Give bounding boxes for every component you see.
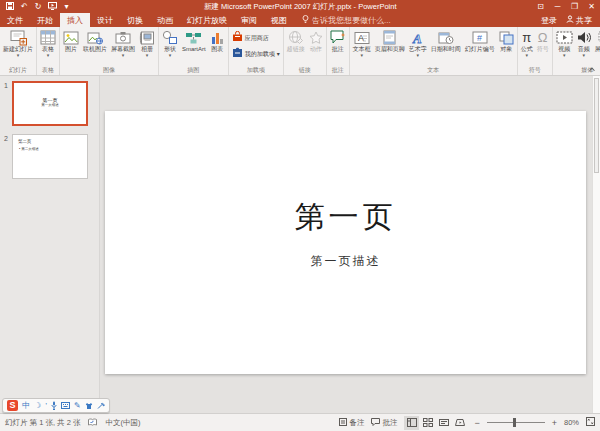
dropdown-arrow-icon: ▾	[277, 50, 280, 58]
header-footer-icon	[383, 29, 396, 46]
ribbon-tab[interactable]: 插入	[60, 13, 90, 27]
comments-button[interactable]: 批注	[371, 418, 397, 428]
object-button[interactable]: 对象	[497, 28, 516, 53]
handwriting-icon[interactable]: ✎	[74, 401, 81, 411]
my-addins-button[interactable]: 我的加载项▾	[230, 47, 282, 60]
zoom-in-button[interactable]: +	[552, 418, 557, 428]
symbol-icon: Ω	[538, 29, 548, 46]
toolbox-icon[interactable]	[97, 402, 105, 410]
reading-view-button[interactable]	[436, 416, 451, 430]
ribbon-tab[interactable]: 文件	[0, 13, 30, 27]
comment-bubble-icon	[371, 418, 380, 428]
window-controls: ⊡ ─ ❐ ✕	[532, 2, 600, 11]
thumb2-title: 第二页	[18, 139, 32, 144]
spellcheck-icon[interactable]	[88, 418, 97, 427]
audio-button[interactable]: 音频▾	[575, 28, 593, 57]
dropdown-arrow-icon: ▾	[146, 53, 149, 57]
button-label: 动作	[310, 46, 322, 53]
ribbon-tab[interactable]: 审阅	[234, 13, 264, 27]
slide-thumbnail-1[interactable]: 第一页 第一页描述	[12, 81, 88, 126]
equation-button[interactable]: π公式▾	[519, 28, 535, 57]
ribbon-group-label: 批注	[328, 66, 348, 75]
video-icon	[556, 29, 573, 46]
emoji-keyboard-icon[interactable]	[61, 402, 70, 409]
normal-view-button[interactable]	[404, 416, 419, 430]
slide-thumbnail-2[interactable]: 第二页 • 第二页描述	[12, 134, 88, 179]
store-icon	[232, 31, 243, 44]
save-icon[interactable]	[6, 2, 14, 12]
close-button[interactable]: ✕	[583, 2, 600, 11]
ribbon-tab[interactable]: 切换	[120, 13, 150, 27]
action-button[interactable]: 动作	[307, 28, 325, 53]
table-button[interactable]: 表格▾	[38, 28, 58, 57]
wordart-button[interactable]: A艺术字▾	[407, 28, 429, 57]
share-button[interactable]: 共享	[566, 15, 592, 26]
zoom-out-button[interactable]: −	[474, 418, 479, 428]
moon-icon[interactable]: ☽	[34, 401, 41, 411]
screen-record-button[interactable]: 屏幕录制	[593, 28, 600, 53]
ribbon-tab[interactable]: 幻灯片放映	[180, 13, 234, 27]
ribbon-display-options-button[interactable]: ⊡	[532, 2, 549, 11]
ime-toolbar[interactable]: S 中 ☽ ’ ✎	[2, 398, 110, 413]
photo-album-button[interactable]: 相册▾	[137, 28, 157, 57]
restore-button[interactable]: ❐	[566, 2, 583, 11]
fit-to-window-button[interactable]	[586, 417, 595, 428]
slide-number-button[interactable]: #幻灯片编号	[463, 28, 497, 53]
shapes-button[interactable]: 形状▾	[160, 28, 180, 57]
picture-button[interactable]: 图片	[61, 28, 81, 53]
chart-button[interactable]: 图表	[208, 28, 227, 53]
zoom-slider-thumb[interactable]	[513, 418, 516, 427]
skin-icon[interactable]	[85, 402, 93, 410]
zoom-level[interactable]: 80%	[564, 418, 579, 427]
video-button[interactable]: 视频▾	[554, 28, 575, 57]
redo-icon[interactable]: ↻	[35, 3, 42, 11]
start-slideshow-icon[interactable]	[48, 2, 57, 12]
button-label: 批注	[332, 46, 344, 53]
audio-icon	[577, 29, 591, 46]
slideshow-button[interactable]	[452, 416, 467, 430]
chinese-mode-icon[interactable]: 中	[22, 401, 30, 411]
undo-icon[interactable]: ↶	[21, 3, 28, 11]
editing-canvas: 第一页 第一页描述	[100, 76, 600, 413]
object-icon	[499, 29, 514, 46]
ribbon-tab[interactable]: 设计	[90, 13, 120, 27]
header-footer-button[interactable]: 页眉和页脚	[373, 28, 407, 53]
comment-button[interactable]: 批注	[328, 28, 348, 53]
minimize-button[interactable]: ─	[549, 2, 566, 11]
photo-album-icon	[139, 29, 155, 46]
ribbon-tab[interactable]: 视图	[264, 13, 294, 27]
microphone-icon[interactable]	[51, 401, 57, 410]
slide-title[interactable]: 第一页	[105, 197, 586, 238]
slide-canvas[interactable]: 第一页 第一页描述	[105, 111, 586, 374]
datetime-button[interactable]: 日期和时间	[429, 28, 463, 53]
sogou-logo-icon[interactable]: S	[7, 400, 18, 411]
scrollbar-thumb[interactable]	[594, 78, 599, 173]
notes-button[interactable]: 备注	[339, 418, 364, 428]
screenshot-button[interactable]: 屏幕截图▾	[109, 28, 137, 57]
collapse-ribbon-button[interactable]	[590, 67, 596, 73]
ribbon-group-addins: 应用商店我的加载项▾加载项	[229, 27, 284, 75]
new-slide-icon	[10, 29, 27, 46]
vertical-scrollbar[interactable]	[592, 76, 600, 413]
ribbon-group-label: 表格	[38, 66, 58, 75]
symbol-button[interactable]: Ω符号	[535, 28, 551, 53]
new-slide-button[interactable]: 新建幻灯片▾	[1, 28, 35, 57]
action-icon	[309, 29, 323, 46]
apostrophe-icon[interactable]: ’	[45, 401, 47, 411]
language-label[interactable]: 中文(中国)	[105, 418, 140, 428]
ribbon-tab[interactable]: 动画	[150, 13, 180, 27]
hyperlink-button[interactable]: 超链接	[285, 28, 307, 53]
textbox-button[interactable]: A文本框▾	[351, 28, 373, 57]
slide-subtitle[interactable]: 第一页描述	[105, 253, 586, 270]
smartart-button[interactable]: SmartArt	[180, 28, 208, 53]
tell-me-box[interactable]: 告诉我您想要做什么...	[294, 13, 399, 27]
datetime-icon	[438, 29, 454, 46]
slide-counter[interactable]: 幻灯片 第 1 张, 共 2 张	[5, 418, 80, 428]
slide-sorter-button[interactable]	[420, 416, 435, 430]
zoom-slider[interactable]	[487, 422, 545, 423]
button-label: 屏幕录制	[595, 46, 600, 53]
ribbon-tab[interactable]: 开始	[30, 13, 60, 27]
sign-in-button[interactable]: 登录	[541, 15, 557, 26]
store-button[interactable]: 应用商店	[230, 31, 271, 44]
online-pictures-button[interactable]: 联机图片	[81, 28, 109, 53]
